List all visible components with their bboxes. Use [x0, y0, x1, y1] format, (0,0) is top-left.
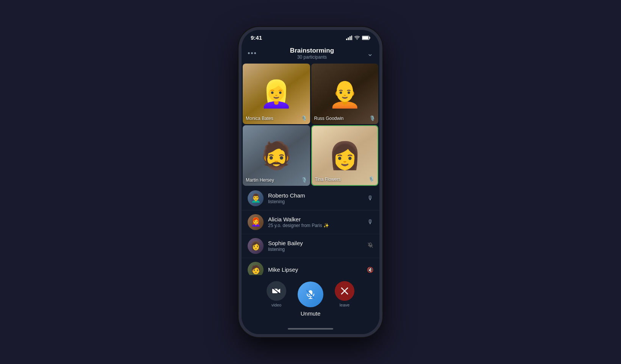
bottom-controls: video	[242, 275, 379, 324]
list-item[interactable]: Sophie Bailey listening	[242, 234, 379, 258]
leave-icon-container	[335, 281, 354, 301]
leave-button[interactable]: leave	[335, 281, 354, 307]
battery-icon	[362, 36, 370, 40]
avatar-icon-sophie	[251, 241, 261, 251]
participant-status-roberto: listening	[268, 199, 363, 204]
avatar-alicia	[248, 214, 264, 230]
participant-status-alicia: 25 y.o. designer from Paris ✨	[268, 223, 363, 228]
mic-muted-icon	[305, 289, 316, 300]
participant-name-alicia: Alicia Walker	[268, 216, 363, 222]
home-indicator	[242, 324, 379, 334]
participant-name-mike: Mike Lipsey	[268, 266, 362, 273]
video-icon-container	[267, 281, 286, 301]
video-cell-monica[interactable]: 👱‍♀️ Monica Bates 🎙️	[243, 64, 310, 124]
phone-frame: 9:41	[239, 27, 382, 337]
app-content: ••• Brainstorming 30 participants ⌄ 👱‍♀️…	[242, 44, 379, 334]
participant-name-martin: Martin Hersey	[246, 177, 274, 183]
mic-icon-russ: 🎙️	[369, 115, 375, 121]
participant-name-tina: Tina Flowers	[315, 177, 341, 182]
leave-label: leave	[340, 303, 350, 307]
participant-info-roberto: Roberto Cham listening	[268, 192, 363, 204]
video-off-icon	[272, 288, 281, 294]
mute-icon-container	[298, 282, 323, 307]
participant-list: Roberto Cham listening 🎙 Alicia Walker 2…	[242, 187, 379, 275]
list-item[interactable]: Roberto Cham listening 🎙	[242, 187, 379, 210]
video-feed-russ: 🧑‍🦲	[311, 64, 379, 124]
video-cell-russ[interactable]: 🧑‍🦲 Russ Goodwin 🎙️	[311, 64, 379, 124]
svg-rect-2	[350, 36, 351, 40]
svg-rect-6	[362, 36, 368, 39]
home-bar	[288, 328, 333, 330]
avatar-icon-mike	[251, 265, 261, 275]
svg-rect-7	[370, 37, 370, 39]
list-item[interactable]: Alicia Walker 25 y.o. designer from Pari…	[242, 210, 379, 234]
video-label: video	[271, 303, 281, 307]
controls-row: video	[267, 281, 354, 307]
svg-rect-3	[351, 36, 353, 40]
avatar-mike	[248, 262, 264, 275]
participant-name-sophie: Sophie Bailey	[268, 240, 363, 246]
header-center: Brainstorming 30 participants	[290, 47, 334, 60]
mic-icon-monica: 🎙️	[301, 115, 307, 121]
signal-icon	[346, 36, 352, 40]
mic-icon-martin: 🎙️	[301, 177, 307, 183]
svg-rect-1	[348, 37, 349, 40]
video-cell-tina[interactable]: 👩 Tina Flowers 🎙️	[311, 125, 379, 186]
video-feed-monica: 👱‍♀️	[243, 64, 310, 124]
status-bar: 9:41	[242, 30, 379, 44]
participant-info-alicia: Alicia Walker 25 y.o. designer from Pari…	[268, 216, 363, 228]
status-time: 9:41	[251, 34, 262, 41]
video-cell-martin[interactable]: 🧔 Martin Hersey 🎙️	[243, 125, 310, 186]
close-icon	[340, 287, 349, 295]
menu-dots-button[interactable]: •••	[248, 50, 257, 58]
mic-icon-roberto: 🎙	[367, 195, 373, 202]
video-feed-martin: 🧔	[243, 125, 310, 186]
participant-info-sophie: Sophie Bailey listening	[268, 240, 363, 252]
video-feed-tina: 👩	[312, 126, 378, 185]
video-button[interactable]: video	[267, 281, 286, 307]
svg-point-4	[357, 39, 357, 40]
participant-name-roberto: Roberto Cham	[268, 192, 363, 199]
participant-name-monica: Monica Bates	[246, 116, 273, 121]
call-title: Brainstorming	[290, 47, 334, 54]
mic-icon-mike: 🔇	[367, 267, 373, 273]
video-grid: 👱‍♀️ Monica Bates 🎙️ 🧑‍🦲 Russ Goodwin 🎙️…	[243, 64, 378, 186]
mic-muted-icon-sophie	[367, 242, 373, 250]
avatar-icon-roberto	[251, 193, 261, 203]
header: ••• Brainstorming 30 participants ⌄	[242, 44, 379, 64]
svg-rect-0	[346, 39, 347, 40]
participant-name-russ: Russ Goodwin	[314, 116, 344, 121]
participant-count: 30 participants	[290, 54, 334, 60]
mute-button[interactable]	[298, 282, 323, 307]
avatar-icon-alicia	[251, 217, 261, 227]
list-item[interactable]: Mike Lipsey 🔇	[242, 258, 379, 275]
mic-icon-tina: 🎙️	[368, 176, 374, 182]
mic-icon-alicia: 🎙	[367, 219, 373, 226]
status-icons	[346, 36, 370, 40]
avatar-sophie	[248, 238, 264, 254]
unmute-label: Unmute	[301, 310, 321, 317]
participant-info-mike: Mike Lipsey	[268, 266, 362, 273]
participant-status-sophie: listening	[268, 247, 363, 252]
avatar-roberto	[248, 190, 264, 206]
wifi-icon	[354, 36, 360, 40]
chevron-down-icon[interactable]: ⌄	[367, 49, 373, 58]
